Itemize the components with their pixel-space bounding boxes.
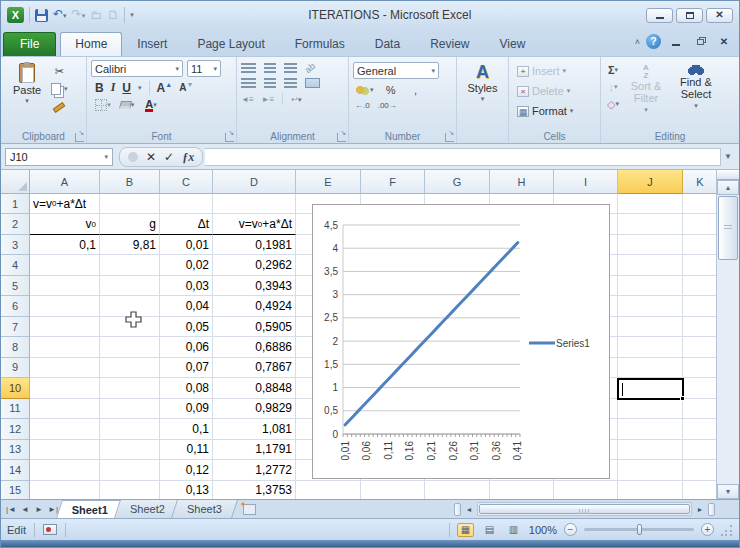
cell-K10[interactable] bbox=[683, 378, 718, 398]
cell-J9[interactable] bbox=[618, 358, 683, 378]
format-painter-button[interactable] bbox=[51, 100, 68, 114]
zoom-in-button[interactable]: + bbox=[701, 523, 714, 536]
cell-C3[interactable]: 0,01 bbox=[160, 235, 213, 255]
cell-A8[interactable] bbox=[30, 337, 100, 357]
cell-A10[interactable] bbox=[30, 378, 100, 398]
insert-worksheet-button[interactable] bbox=[235, 500, 264, 518]
zoom-out-button[interactable]: − bbox=[564, 523, 577, 536]
cell-K4[interactable] bbox=[683, 255, 718, 275]
cell-J11[interactable] bbox=[618, 399, 683, 419]
cell-D15[interactable]: 1,3753 bbox=[213, 481, 296, 499]
shrink-font-button[interactable]: A▼ bbox=[179, 81, 193, 93]
zoom-slider[interactable] bbox=[584, 528, 694, 531]
scroll-up-button[interactable]: ▲ bbox=[717, 180, 739, 195]
minimize-button[interactable] bbox=[646, 8, 673, 23]
workbook-close-button[interactable]: ✕ bbox=[715, 35, 733, 48]
cell-C6[interactable]: 0,04 bbox=[160, 296, 213, 316]
row-header-3[interactable]: 3 bbox=[1, 235, 30, 255]
cell-K15[interactable] bbox=[683, 481, 718, 499]
vertical-split-box[interactable] bbox=[717, 170, 739, 180]
select-all-corner[interactable] bbox=[1, 170, 30, 194]
column-header-G[interactable]: G bbox=[425, 170, 490, 194]
align-right-icon[interactable] bbox=[284, 78, 297, 88]
align-top-icon[interactable] bbox=[241, 63, 256, 73]
number-dialog-launcher[interactable] bbox=[445, 133, 454, 142]
cell-C7[interactable]: 0,05 bbox=[160, 317, 213, 337]
fill-color-button[interactable]: ▾ bbox=[119, 98, 135, 112]
row-header-14[interactable]: 14 bbox=[1, 460, 30, 480]
insert-cells-button[interactable]: Insert▾ bbox=[517, 62, 596, 80]
row-header-2[interactable]: 2 bbox=[1, 214, 30, 234]
row-header-15[interactable]: 15 bbox=[1, 481, 30, 499]
orientation-icon[interactable]: ab bbox=[303, 61, 317, 75]
accounting-format-button[interactable]: ▾ bbox=[355, 83, 374, 97]
cell-D4[interactable]: 0,2962 bbox=[213, 255, 296, 275]
horizontal-scroll-thumb[interactable] bbox=[479, 504, 690, 514]
bold-button[interactable]: B bbox=[95, 81, 104, 95]
column-header-E[interactable]: E bbox=[296, 170, 361, 194]
cell-B2[interactable]: g bbox=[100, 214, 160, 234]
cell-A3[interactable]: 0,1 bbox=[30, 235, 100, 255]
enter-entry-button[interactable]: ✓ bbox=[164, 151, 174, 163]
cell-F15[interactable] bbox=[361, 481, 425, 499]
cut-button[interactable]: ✂ bbox=[51, 64, 68, 78]
vertical-scroll-thumb[interactable] bbox=[718, 196, 738, 260]
cell-J4[interactable] bbox=[618, 255, 683, 275]
number-format-combo[interactable]: General▾ bbox=[353, 62, 439, 79]
cell-B3[interactable]: 9,81 bbox=[100, 235, 160, 255]
autosum-button[interactable]: Σ▾ bbox=[605, 63, 621, 77]
cell-B11[interactable] bbox=[100, 399, 160, 419]
workbook-minimize-button[interactable] bbox=[667, 35, 685, 48]
decrease-decimal-icon[interactable]: .00→ bbox=[378, 101, 397, 110]
cell-D5[interactable]: 0,3943 bbox=[213, 276, 296, 296]
format-cells-button[interactable]: Format▾ bbox=[517, 102, 596, 120]
help-icon[interactable]: ? bbox=[646, 34, 661, 49]
cell-B9[interactable] bbox=[100, 358, 160, 378]
column-header-B[interactable]: B bbox=[100, 170, 160, 194]
resize-grip[interactable] bbox=[721, 524, 733, 536]
previous-sheet-button[interactable]: ◄ bbox=[19, 505, 31, 514]
italic-button[interactable]: I bbox=[111, 80, 116, 95]
macro-record-icon[interactable] bbox=[43, 524, 57, 535]
cell-C8[interactable]: 0,06 bbox=[160, 337, 213, 357]
underline-button[interactable]: U bbox=[122, 81, 131, 95]
minimize-ribbon-icon[interactable]: ˄ bbox=[635, 37, 640, 47]
cell-C11[interactable]: 0,09 bbox=[160, 399, 213, 419]
save-icon[interactable] bbox=[35, 9, 48, 22]
cell-C2[interactable]: Δt bbox=[160, 214, 213, 234]
page-break-view-button[interactable]: ▥ bbox=[505, 523, 522, 537]
align-left-icon[interactable] bbox=[241, 78, 256, 88]
close-button[interactable]: ✕ bbox=[706, 8, 733, 23]
horizontal-split-box[interactable] bbox=[708, 503, 715, 516]
cell-A15[interactable] bbox=[30, 481, 100, 499]
workbook-restore-button[interactable] bbox=[691, 35, 709, 48]
row-header-11[interactable]: 11 bbox=[1, 399, 30, 419]
align-center-icon[interactable] bbox=[264, 78, 276, 88]
horizontal-scrollbar[interactable]: ◄ ► bbox=[454, 500, 739, 518]
cell-K3[interactable] bbox=[683, 235, 718, 255]
cell-J14[interactable] bbox=[618, 460, 683, 480]
tab-data[interactable]: Data bbox=[360, 32, 415, 56]
clipboard-dialog-launcher[interactable] bbox=[75, 133, 84, 142]
sort-filter-button[interactable]: AZ Sort & Filter▾ bbox=[624, 64, 668, 129]
cell-J15[interactable] bbox=[618, 481, 683, 499]
cell-J6[interactable] bbox=[618, 296, 683, 316]
cell-H15[interactable] bbox=[490, 481, 554, 499]
cell-A14[interactable] bbox=[30, 460, 100, 480]
tab-insert[interactable]: Insert bbox=[122, 32, 182, 56]
align-bottom-icon[interactable] bbox=[284, 63, 297, 73]
cell-D2[interactable]: v=v0+a*Δt bbox=[213, 214, 296, 234]
font-dialog-launcher[interactable] bbox=[225, 133, 234, 142]
increase-indent-icon[interactable]: ►≡ bbox=[262, 95, 275, 104]
formula-input[interactable] bbox=[205, 148, 721, 166]
page-layout-view-button[interactable]: ▤ bbox=[481, 523, 498, 537]
cell-C4[interactable]: 0,02 bbox=[160, 255, 213, 275]
cell-A7[interactable] bbox=[30, 317, 100, 337]
next-sheet-button[interactable]: ► bbox=[33, 505, 45, 514]
cell-J1[interactable] bbox=[618, 194, 683, 214]
cell-C14[interactable]: 0,12 bbox=[160, 460, 213, 480]
cell-D1[interactable] bbox=[213, 194, 296, 214]
clear-button[interactable]: ◇▾ bbox=[605, 97, 621, 111]
grow-font-button[interactable]: A▲ bbox=[157, 81, 173, 95]
tab-home[interactable]: Home bbox=[60, 32, 122, 56]
